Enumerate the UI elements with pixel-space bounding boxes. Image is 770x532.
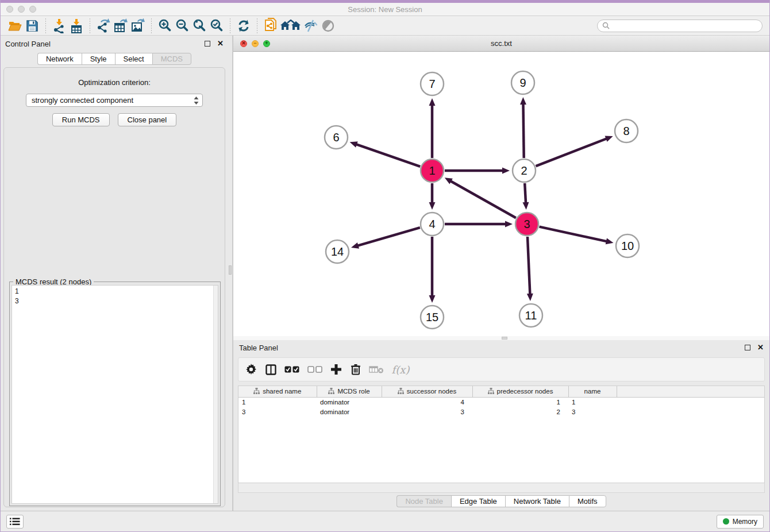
export-table-icon[interactable] bbox=[112, 18, 129, 34]
duplicate-network-icon[interactable] bbox=[262, 18, 279, 34]
table-row[interactable]: 3dominator323 bbox=[238, 407, 764, 417]
mcds-panel: Optimization criterion: strongly connect… bbox=[3, 67, 225, 507]
list-icon bbox=[10, 518, 20, 526]
table-cell[interactable]: 2 bbox=[472, 407, 568, 417]
open-session-icon[interactable] bbox=[6, 18, 24, 34]
table-tab-motifs[interactable]: Motifs bbox=[569, 495, 606, 507]
column-header-MCDS-role[interactable]: MCDS role bbox=[317, 386, 382, 397]
edge-2-3[interactable] bbox=[525, 183, 526, 203]
optimization-criterion-select[interactable]: strongly connected component bbox=[26, 94, 203, 107]
import-network-icon[interactable] bbox=[51, 18, 68, 34]
table-scrollbar[interactable] bbox=[238, 483, 765, 493]
table-cell[interactable]: dominator bbox=[317, 397, 382, 407]
column-type-icon bbox=[398, 388, 404, 394]
edge-3-11[interactable] bbox=[528, 237, 530, 295]
toolbar-separator bbox=[151, 18, 152, 33]
result-scrollbar[interactable] bbox=[213, 286, 218, 503]
graph-node-label-11: 11 bbox=[525, 309, 537, 322]
column-type-icon bbox=[253, 388, 260, 394]
status-bar: Memory bbox=[1, 511, 769, 531]
panel-splitter[interactable] bbox=[228, 36, 233, 511]
main-titlebar: Session: New Session bbox=[1, 3, 769, 16]
table-cell[interactable]: 3 bbox=[238, 407, 317, 417]
close-panel-icon[interactable]: ✕ bbox=[217, 41, 224, 47]
zoom-out-icon[interactable] bbox=[174, 18, 191, 34]
export-image-icon[interactable] bbox=[129, 18, 147, 34]
graph-node-label-8: 8 bbox=[623, 125, 629, 137]
table-panel-header: Table Panel ✕ bbox=[233, 340, 769, 355]
network-canvas[interactable]: 7968124314101511 bbox=[233, 52, 769, 336]
table-cell[interactable]: 3 bbox=[568, 407, 617, 417]
table-cell[interactable]: 1 bbox=[238, 397, 317, 407]
refresh-layout-icon[interactable] bbox=[235, 18, 252, 34]
first-neighbors-icon[interactable] bbox=[279, 18, 302, 34]
zoom-selected-icon[interactable] bbox=[208, 18, 225, 34]
tab-network[interactable]: Network bbox=[37, 53, 82, 65]
hide-selected-icon[interactable] bbox=[302, 18, 319, 34]
network-maximize-button[interactable]: + bbox=[263, 40, 270, 47]
network-bottom-strip bbox=[233, 336, 769, 340]
edge-3-10[interactable] bbox=[539, 227, 607, 242]
float-table-panel-icon[interactable] bbox=[745, 345, 750, 350]
function-builder-icon: f(x) bbox=[389, 361, 412, 378]
show-columns-icon[interactable] bbox=[263, 361, 279, 378]
edge-4-14[interactable] bbox=[357, 228, 420, 246]
column-header-successor-nodes[interactable]: successor nodes bbox=[382, 386, 472, 397]
table-panel-title: Table Panel bbox=[239, 344, 278, 352]
table-cell[interactable]: 3 bbox=[382, 407, 472, 417]
deselect-all-checkboxes-icon[interactable] bbox=[305, 361, 325, 378]
save-session-icon[interactable] bbox=[24, 18, 41, 34]
edge-2-9[interactable] bbox=[523, 103, 523, 158]
table-tab-edge-table[interactable]: Edge Table bbox=[451, 495, 505, 507]
network-graph[interactable]: 7968124314101511 bbox=[233, 52, 769, 336]
table-row[interactable]: 1dominator411 bbox=[238, 397, 764, 407]
table-cell[interactable]: 1 bbox=[568, 397, 617, 407]
table-cell[interactable]: dominator bbox=[317, 407, 382, 417]
table-tab-node-table[interactable]: Node Table bbox=[396, 495, 451, 507]
add-column-icon[interactable] bbox=[328, 361, 344, 378]
edge-2-8[interactable] bbox=[536, 138, 607, 166]
table-tab-network-table[interactable]: Network Table bbox=[505, 495, 569, 507]
mcds-result-area[interactable]: 1 3 bbox=[11, 285, 218, 504]
toolbar-search[interactable] bbox=[597, 20, 763, 32]
edge-3-1[interactable] bbox=[450, 181, 515, 218]
edge-arrowhead bbox=[505, 221, 513, 228]
export-network-icon[interactable] bbox=[95, 18, 112, 34]
column-header-shared-name[interactable]: shared name bbox=[238, 386, 317, 397]
delete-column-icon[interactable] bbox=[348, 361, 364, 378]
float-panel-icon[interactable] bbox=[205, 41, 210, 47]
splitter-grip[interactable] bbox=[229, 265, 232, 275]
optimization-criterion-value: strongly connected component bbox=[32, 96, 194, 105]
network-resize-grip[interactable] bbox=[502, 337, 507, 340]
graph-node-label-6: 6 bbox=[333, 131, 339, 144]
run-mcds-button[interactable]: Run MCDS bbox=[52, 113, 110, 126]
edge-1-6[interactable] bbox=[356, 144, 420, 167]
edge-arrowhead bbox=[522, 202, 529, 210]
table-cell[interactable]: 1 bbox=[472, 397, 568, 407]
show-hidden-icon[interactable] bbox=[319, 18, 337, 34]
memory-button[interactable]: Memory bbox=[717, 515, 764, 529]
window-title: Session: New Session bbox=[1, 5, 769, 14]
tab-mcds[interactable]: MCDS bbox=[152, 53, 191, 65]
zoom-fit-icon[interactable] bbox=[191, 18, 208, 34]
network-close-button[interactable]: ✕ bbox=[240, 40, 247, 47]
network-minimize-button[interactable]: − bbox=[252, 40, 259, 47]
zoom-in-icon[interactable] bbox=[156, 18, 174, 34]
settings-gear-icon[interactable] bbox=[243, 361, 259, 378]
node-table[interactable]: shared nameMCDS rolesuccessor nodesprede… bbox=[238, 385, 765, 483]
import-table-icon[interactable] bbox=[68, 18, 85, 34]
column-header-name[interactable]: name bbox=[568, 386, 617, 397]
task-history-button[interactable] bbox=[6, 515, 24, 529]
tab-style[interactable]: Style bbox=[82, 53, 115, 65]
toolbar-separator bbox=[90, 18, 90, 33]
search-input[interactable] bbox=[613, 22, 757, 30]
graph-node-label-9: 9 bbox=[519, 76, 526, 89]
select-all-checkboxes-icon[interactable] bbox=[282, 361, 302, 378]
table-cell[interactable]: 4 bbox=[382, 397, 472, 407]
toolbar-separator bbox=[230, 18, 230, 33]
edge-arrowhead bbox=[502, 168, 510, 174]
column-header-predecessor-nodes[interactable]: predecessor nodes bbox=[472, 386, 568, 397]
close-table-panel-icon[interactable]: ✕ bbox=[757, 345, 764, 350]
close-panel-button[interactable]: Close panel bbox=[118, 113, 177, 126]
tab-select[interactable]: Select bbox=[115, 53, 152, 65]
